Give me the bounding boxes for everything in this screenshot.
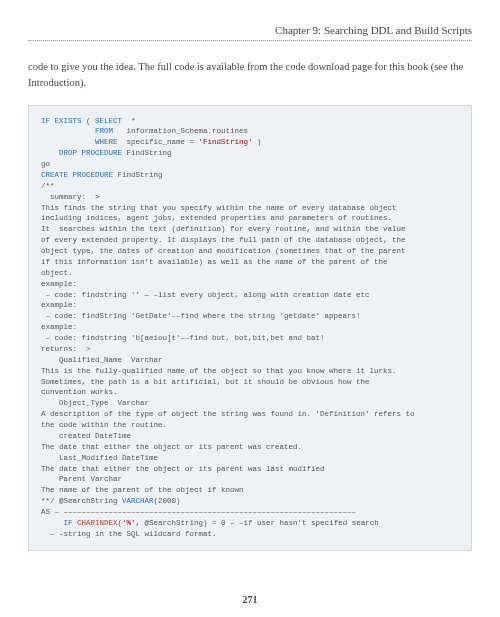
- code-kw: PROCEDURE: [73, 171, 114, 179]
- code-text: The name of the parent of the object if …: [41, 486, 244, 494]
- code-text: Last_Modified DateTime: [41, 454, 158, 462]
- code-text: [41, 127, 95, 135]
- code-block: IF EXISTS ( SELECT * FROM information_Sc…: [28, 105, 472, 551]
- code-text: object.: [41, 269, 73, 277]
- code-kw: CREATE: [41, 171, 68, 179]
- page-number-value: 271: [243, 594, 258, 605]
- chapter-title: Chapter 9: Searching DDL and Build Scrip…: [275, 24, 472, 36]
- code-text: /**: [41, 182, 55, 190]
- code-text: the code within the routine.: [41, 421, 167, 429]
- code-kw: IF: [41, 117, 50, 125]
- code-text: created DateTime: [41, 432, 131, 440]
- code-text: A description of the type of object the …: [41, 410, 415, 418]
- code-text: **/ @SearchString: [41, 497, 122, 505]
- code-kw: SELECT: [95, 117, 122, 125]
- code-text: Sometimes, the path is a bit artificial,…: [41, 378, 370, 386]
- code-str: '%': [122, 519, 136, 527]
- code-text: (2000): [154, 497, 181, 505]
- code-text: – code: findString 'GetDate'––find where…: [41, 312, 361, 320]
- code-text: Qualified_Name Varchar: [41, 356, 163, 364]
- code-kw: FROM: [95, 127, 113, 135]
- intro-text: code to give you the idea. The full code…: [28, 61, 463, 88]
- code-text: [41, 519, 64, 527]
- code-text: example:: [41, 323, 77, 331]
- code-str: 'FindString': [199, 138, 253, 146]
- code-text: specific_name =: [118, 138, 199, 146]
- code-text: information_Schema.routines: [113, 127, 248, 135]
- code-text: go: [41, 160, 50, 168]
- code-text: object type, the dates of creation and m…: [41, 247, 406, 255]
- code-text: summary: >: [41, 193, 100, 201]
- code-text: example:: [41, 280, 77, 288]
- code-text: – code: findstring '' — –list every obje…: [41, 291, 370, 299]
- code-text: It searches within the text (definition)…: [41, 225, 406, 233]
- code-text: Parent Varchar: [41, 475, 122, 483]
- code-fn: CHARINDEX: [77, 519, 118, 527]
- code-kw: PROCEDURE: [82, 149, 123, 157]
- code-kw: DROP: [59, 149, 77, 157]
- code-kw: IF: [64, 519, 73, 527]
- code-text: returns: >: [41, 345, 91, 353]
- code-text: ): [253, 138, 262, 146]
- code-text: – –string in the SQL wildcard format.: [41, 530, 217, 538]
- code-text: The date that either the object or its p…: [41, 443, 302, 451]
- code-text: – code: findstring 'b[aeiou]t'––find but…: [41, 334, 325, 342]
- code-kw: VARCHAR: [122, 497, 154, 505]
- code-text: FindString: [122, 149, 172, 157]
- chapter-header: Chapter 9: Searching DDL and Build Scrip…: [28, 24, 472, 41]
- intro-paragraph: code to give you the idea. The full code…: [28, 59, 472, 91]
- code-text: [41, 138, 95, 146]
- code-text: Object_Type Varchar: [41, 399, 149, 407]
- code-text: The date that either the object or its p…: [41, 465, 325, 473]
- code-text: example:: [41, 301, 77, 309]
- code-text: including indices, agent jobs, extended …: [41, 214, 392, 222]
- code-text: convention works.: [41, 388, 118, 396]
- code-text: FindString: [113, 171, 163, 179]
- code-kw: EXISTS: [55, 117, 82, 125]
- code-text: of every extended property. It displays …: [41, 236, 406, 244]
- code-kw: WHERE: [95, 138, 118, 146]
- code-text: [41, 149, 59, 157]
- code-text: This is the fully-qualified name of the …: [41, 367, 397, 375]
- code-text: , @SearchString) = 0 – –if user hasn't s…: [136, 519, 379, 527]
- code-text: if this information isn't available) as …: [41, 258, 388, 266]
- code-text: (: [82, 117, 96, 125]
- code-text: AS – –––––––––––––––––––––––––––––––––––…: [41, 508, 356, 516]
- page-number: 271: [0, 594, 500, 605]
- code-text: This finds the string that you specify w…: [41, 204, 397, 212]
- code-text: *: [122, 117, 136, 125]
